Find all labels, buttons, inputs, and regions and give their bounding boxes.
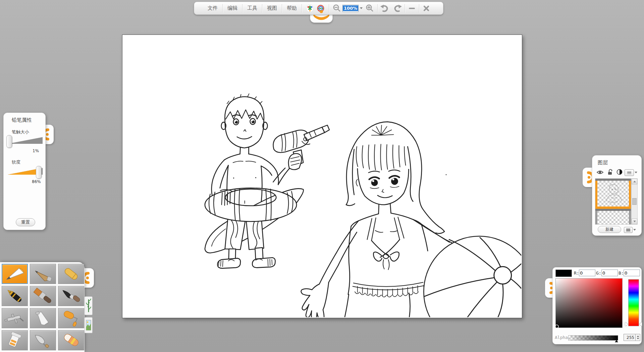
boy-figure — [205, 94, 329, 269]
g-label: G: — [596, 271, 601, 276]
alpha-marker[interactable] — [615, 340, 618, 342]
selected-layer-border — [629, 181, 631, 209]
softness-value: 86% — [32, 179, 41, 184]
mascot-nose-icon — [320, 10, 323, 13]
color-picker-panel: R: G: B: Alpha 255 — [552, 267, 642, 344]
tool-paint-jar[interactable] — [2, 330, 28, 350]
softness-slider-thumb[interactable] — [36, 166, 42, 179]
drawing-canvas[interactable] — [122, 35, 522, 318]
fountain-pen-icon — [3, 288, 26, 304]
r-label: R: — [574, 271, 579, 276]
pencil-icon — [3, 266, 26, 282]
pencil-properties-panel: 铅笔属性 笔触大小 1% 软度 86% 重置 — [3, 113, 46, 230]
zoom-dropdown-caret[interactable] — [359, 3, 364, 13]
layer-scroll-down[interactable] — [632, 219, 637, 224]
saturation-value-square[interactable] — [555, 278, 623, 328]
close-icon[interactable] — [419, 3, 433, 13]
bamboo-stamp-button[interactable] — [85, 296, 93, 315]
layer-scrollbar[interactable] — [631, 178, 638, 225]
menu-view[interactable]: 视图 — [262, 3, 282, 13]
flat-brush-icon — [31, 288, 55, 304]
layers-panel: 图层 — [592, 155, 642, 236]
undo-icon[interactable] — [378, 3, 391, 13]
reset-button-label: 重置 — [21, 219, 30, 225]
ink-brush-icon — [59, 288, 83, 304]
tool-palette-handle[interactable] — [84, 268, 94, 288]
tool-palette — [0, 262, 85, 352]
main-toolbar: 文件 编辑 工具 视图 帮助 — [194, 2, 443, 15]
reset-button[interactable]: 重置 — [16, 218, 35, 226]
selected-layer-border — [595, 207, 631, 209]
menu-tools[interactable]: 工具 — [243, 3, 262, 13]
redo-icon[interactable] — [391, 3, 405, 13]
sv-marker — [555, 323, 560, 328]
alpha-value: 255 — [624, 335, 635, 340]
picture-stamp-button[interactable] — [85, 317, 93, 333]
tool-crayon[interactable] — [58, 264, 84, 284]
alpha-slider[interactable] — [568, 335, 618, 341]
layer-scroll-thumb[interactable] — [632, 198, 637, 205]
mascot-smile-tab — [310, 13, 333, 23]
tool-flat-brush[interactable] — [30, 286, 56, 306]
layer-unlock-icon[interactable] — [607, 169, 613, 177]
canvas-artwork — [122, 35, 521, 317]
layer-menu-caret[interactable] — [635, 172, 637, 173]
paint-tube-icon — [31, 310, 55, 327]
layer-scroll-up[interactable] — [632, 179, 637, 184]
g-input[interactable] — [601, 270, 618, 276]
layers-panel-handle[interactable] — [583, 168, 593, 187]
tool-wood-pencil[interactable] — [30, 264, 56, 284]
tool-paint-tube[interactable] — [30, 308, 56, 328]
palette-knife-icon — [31, 332, 55, 349]
tool-airbrush[interactable] — [2, 308, 28, 328]
zoom-level-display[interactable]: 100% — [342, 5, 359, 12]
clown-eye-left-icon[interactable] — [305, 3, 315, 13]
menu-edit[interactable]: 编辑 — [223, 3, 242, 13]
tool-fountain-pen[interactable] — [2, 286, 28, 306]
eraser-icon — [59, 332, 83, 349]
layer-bottom-menu-icon[interactable] — [624, 227, 633, 233]
layer-list[interactable] — [595, 178, 631, 225]
hue-marker-right[interactable] — [639, 322, 642, 326]
layer-visibility-eye-icon[interactable] — [596, 170, 604, 176]
b-input[interactable] — [624, 270, 640, 276]
new-layer-button[interactable]: 新建 — [598, 226, 621, 233]
r-input[interactable] — [579, 270, 595, 276]
minimize-icon[interactable] — [405, 3, 419, 13]
brush-size-slider-thumb[interactable] — [6, 135, 12, 148]
paint-jar-icon — [3, 332, 26, 349]
alpha-spinner[interactable] — [635, 334, 640, 341]
menu-file[interactable]: 文件 — [203, 3, 222, 13]
toolbar-separator — [329, 4, 329, 13]
tool-eraser[interactable] — [58, 330, 84, 350]
brush-size-value: 1% — [33, 149, 39, 153]
brush-size-slider[interactable] — [6, 134, 44, 148]
current-color-swatch — [555, 270, 572, 277]
alpha-value-box[interactable]: 255 — [624, 334, 640, 341]
b-label: B: — [619, 271, 624, 276]
picture-stamp-icon — [86, 319, 91, 332]
tool-paint-roller[interactable] — [58, 308, 84, 328]
layer-menu-icon[interactable] — [625, 169, 634, 176]
airbrush-icon — [3, 310, 26, 327]
zoom-out-icon[interactable] — [331, 3, 342, 13]
softness-slider[interactable] — [6, 165, 44, 179]
layers-panel-title: 图层 — [598, 160, 608, 166]
zoom-in-icon[interactable] — [364, 3, 375, 13]
softness-label: 软度 — [12, 159, 20, 165]
layer-contrast-icon[interactable] — [616, 169, 623, 176]
beach-ball — [424, 236, 521, 317]
menu-help[interactable]: 帮助 — [282, 3, 302, 13]
toolbar-separator — [302, 4, 302, 13]
tool-pencil[interactable] — [2, 264, 28, 284]
hue-marker-left[interactable] — [625, 322, 628, 326]
hue-bar[interactable] — [628, 279, 639, 326]
new-layer-button-label: 新建 — [605, 227, 613, 232]
layer-bottom-menu-caret[interactable] — [633, 229, 636, 231]
bamboo-icon — [86, 298, 91, 313]
crayon-icon — [59, 266, 83, 282]
tool-palette-knife[interactable] — [30, 330, 56, 350]
tool-ink-brush[interactable] — [58, 286, 84, 306]
zoom-level-value: 100% — [343, 5, 358, 11]
selected-layer-border — [595, 181, 597, 209]
